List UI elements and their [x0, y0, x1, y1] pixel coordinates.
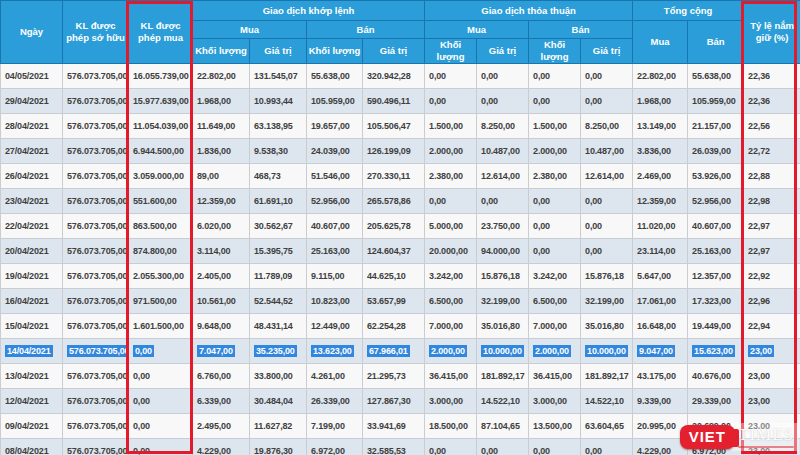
- cell-pt-sell-volume: 0,00: [529, 188, 581, 213]
- cell-om-buy-volume: 6.020,00: [193, 213, 250, 238]
- cell-om-sell-value: 127.867,30: [363, 388, 425, 413]
- cell-om-buy-value: 9.538,30: [250, 138, 307, 163]
- cell-pt-sell-volume: 2.000,00: [529, 138, 581, 163]
- cell-ratio: 22,72: [744, 138, 800, 163]
- cell-om-buy-volume: 6.760,00: [193, 363, 250, 388]
- cell-om-sell-value: 270.330,11: [363, 163, 425, 188]
- cell-ratio: 22,97: [744, 213, 800, 238]
- cell-ratio: 22,96: [744, 288, 800, 313]
- cell-pt-buy-volume: 18.500,00: [425, 413, 477, 438]
- cell-total-sell: 53.926,00: [688, 163, 744, 188]
- cell-total-sell: 52.956,00: [688, 188, 744, 213]
- cell-pt-buy-volume: 7.000,00: [425, 313, 477, 338]
- cell-pt-buy-volume: 2.380,00: [425, 163, 477, 188]
- cell-pt-buy-volume: 20.000,00: [425, 238, 477, 263]
- cell-date: 29/04/2021: [1, 88, 63, 113]
- header-allowed-own: KL được phép sở hữu: [63, 1, 129, 64]
- cell-total-sell: 15.623,00: [688, 338, 744, 363]
- cell-pt-sell-value: 10.487,00: [581, 138, 633, 163]
- cell-allowed-own: 576.073.705,00: [63, 213, 129, 238]
- cell-om-sell-value: 67.966,01: [363, 338, 425, 363]
- cell-total-buy: 5.647,00: [633, 263, 688, 288]
- table-row: 04/05/2021576.073.705,0016.055.739,0022.…: [1, 63, 800, 88]
- cell-allowed-own: 576.073.705,00: [63, 363, 129, 388]
- cell-date: 27/04/2021: [1, 138, 63, 163]
- header-group-total: Tổng cộng: [633, 1, 744, 21]
- cell-allowed-own: 576.073.705,00: [63, 63, 129, 88]
- header-pt-sell-volume: Khối lượng: [529, 39, 581, 64]
- cell-total-buy: 11.020,00: [633, 213, 688, 238]
- cell-pt-buy-value: 14.522,10: [477, 388, 529, 413]
- cell-pt-buy-value: 12.614,00: [477, 163, 529, 188]
- table-header: Ngày KL được phép sở hữu KL được phép mu…: [1, 1, 800, 64]
- cell-total-buy: 1.968,00: [633, 88, 688, 113]
- cell-om-buy-value: 30.484,04: [250, 388, 307, 413]
- viettimes-watermark: VIET TIMES: [680, 423, 799, 451]
- cell-allowed-buy: 2.055.300,00: [129, 263, 193, 288]
- cell-om-sell-volume: 25.163,00: [307, 238, 363, 263]
- cell-total-buy: 17.061,00: [633, 288, 688, 313]
- cell-allowed-own: 576.073.705,00: [63, 413, 129, 438]
- cell-total-sell: 55.638,00: [688, 63, 744, 88]
- cell-om-sell-value: 62.254,28: [363, 313, 425, 338]
- cell-om-sell-volume: 6.972,00: [307, 438, 363, 455]
- cell-pt-sell-volume: 0,00: [529, 438, 581, 455]
- cell-pt-sell-volume: 13.500,00: [529, 413, 581, 438]
- cell-pt-sell-volume: 3.000,00: [529, 388, 581, 413]
- cell-pt-sell-volume: 0,00: [529, 213, 581, 238]
- cell-ratio: 22,36: [744, 63, 800, 88]
- cell-pt-sell-volume: 0,00: [529, 88, 581, 113]
- cell-om-sell-value: 590.496,11: [363, 88, 425, 113]
- header-om-buy-value: Giá trị: [250, 39, 307, 64]
- cell-om-sell-value: 44.625,10: [363, 263, 425, 288]
- foreign-ownership-table-screen: Ngày KL được phép sở hữu KL được phép mu…: [0, 0, 800, 455]
- cell-total-buy: 16.648,00: [633, 313, 688, 338]
- cell-date: 12/04/2021: [1, 388, 63, 413]
- cell-allowed-buy: 863.500,00: [129, 213, 193, 238]
- cell-pt-sell-value: 35.016,80: [581, 313, 633, 338]
- cell-pt-buy-volume: 3.242,00: [425, 263, 477, 288]
- cell-pt-sell-value: 8.250,00: [581, 113, 633, 138]
- cell-pt-buy-volume: 0,00: [425, 88, 477, 113]
- cell-ratio: 22,97: [744, 238, 800, 263]
- cell-om-buy-value: 61.691,10: [250, 188, 307, 213]
- cell-pt-buy-volume: 2.000,00: [425, 138, 477, 163]
- cell-pt-buy-value: 181.892,17: [477, 363, 529, 388]
- cell-ratio: 23,00: [744, 388, 800, 413]
- cell-date: 20/04/2021: [1, 238, 63, 263]
- viettimes-logo-viet: VIET: [680, 425, 735, 449]
- cell-om-buy-volume: 2.495,00: [193, 413, 250, 438]
- cell-date: 15/04/2021: [1, 313, 63, 338]
- cell-pt-buy-value: 8.250,00: [477, 113, 529, 138]
- cell-om-buy-volume: 9.648,00: [193, 313, 250, 338]
- cell-ratio: 22,98: [744, 188, 800, 213]
- cell-pt-buy-value: 0,00: [477, 188, 529, 213]
- cell-total-buy: 3.836,00: [633, 138, 688, 163]
- cell-pt-sell-volume: 2.000,00: [529, 338, 581, 363]
- cell-om-sell-value: 124.604,37: [363, 238, 425, 263]
- cell-om-sell-value: 320.942,28: [363, 63, 425, 88]
- table-row: 13/04/2021576.073.705,000,006.760,0033.8…: [1, 363, 800, 388]
- cell-pt-sell-volume: 0,00: [529, 63, 581, 88]
- cell-pt-buy-value: 23.750,00: [477, 213, 529, 238]
- cell-total-buy: 12.359,00: [633, 188, 688, 213]
- table-row: 16/04/2021576.073.705,00971.500,0010.561…: [1, 288, 800, 313]
- header-ratio: Tỷ lệ nắm giữ (%): [744, 1, 800, 64]
- header-total-sell: Bán: [688, 21, 744, 64]
- cell-pt-sell-volume: 1.500,00: [529, 113, 581, 138]
- cell-pt-buy-volume: 0,00: [425, 188, 477, 213]
- cell-om-buy-volume: 1.968,00: [193, 88, 250, 113]
- cell-om-buy-value: 30.562,67: [250, 213, 307, 238]
- cell-pt-sell-volume: 2.380,00: [529, 163, 581, 188]
- cell-pt-buy-volume: 1.500,00: [425, 113, 477, 138]
- cell-allowed-buy: 15.977.639,00: [129, 88, 193, 113]
- cell-total-sell: 26.039,00: [688, 138, 744, 163]
- cell-pt-buy-volume: 36.415,00: [425, 363, 477, 388]
- cell-pt-buy-volume: 3.000,00: [425, 388, 477, 413]
- cell-pt-sell-value: 15.876,18: [581, 263, 633, 288]
- cell-total-sell: 19.449,00: [688, 313, 744, 338]
- cell-total-buy: 13.149,00: [633, 113, 688, 138]
- table-row: 12/04/2021576.073.705,000,006.339,0030.4…: [1, 388, 800, 413]
- cell-allowed-own: 576.073.705,00: [63, 388, 129, 413]
- cell-om-sell-value: 265.578,86: [363, 188, 425, 213]
